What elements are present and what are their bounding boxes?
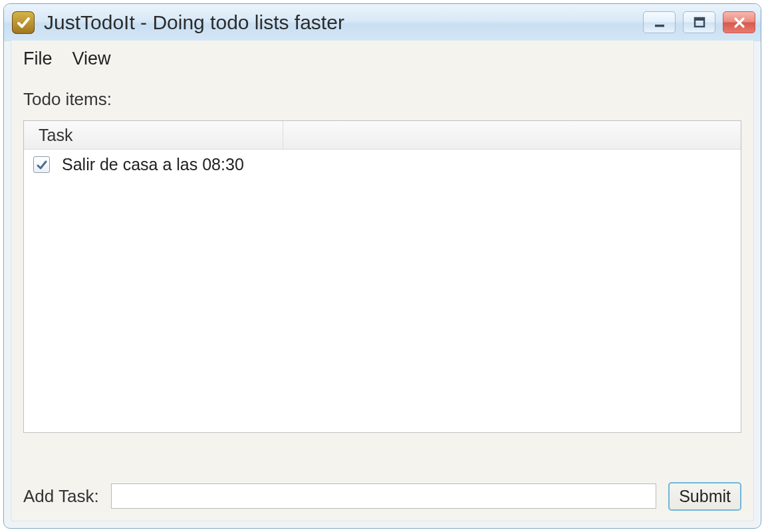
list-header: Task [24,121,741,150]
add-task-bar: Add Task: Submit [23,481,741,511]
svg-rect-2 [695,18,704,21]
menu-bar: File View [11,41,753,74]
maximize-button[interactable] [683,11,715,33]
task-text: Salir de casa a las 08:30 [62,155,244,174]
checkmark-icon [36,159,48,171]
app-window: JustTodoIt - Doing todo lists faster [3,3,761,529]
window-controls [643,11,755,33]
minimize-icon [652,16,667,29]
title-bar: JustTodoIt - Doing todo lists faster [4,4,761,41]
todo-list[interactable]: Task Salir de casa a las 08:30 [23,120,741,433]
task-checkbox[interactable] [33,156,50,173]
minimize-button[interactable] [643,11,676,33]
svg-rect-0 [655,25,664,27]
client-area: File View Todo items: Task Salir de casa… [11,41,754,521]
menu-file[interactable]: File [23,49,53,69]
todo-items-label: Todo items: [11,74,753,116]
column-header-empty [283,121,741,149]
maximize-icon [692,16,707,29]
close-icon [732,16,747,29]
column-header-task[interactable]: Task [24,121,283,149]
list-item[interactable]: Salir de casa a las 08:30 [24,150,741,180]
add-task-label: Add Task: [23,486,99,507]
add-task-input[interactable] [111,483,656,509]
menu-view[interactable]: View [72,49,111,69]
close-button[interactable] [723,11,755,33]
submit-button[interactable]: Submit [668,482,741,511]
window-title: JustTodoIt - Doing todo lists faster [44,11,643,34]
app-icon [12,11,35,34]
